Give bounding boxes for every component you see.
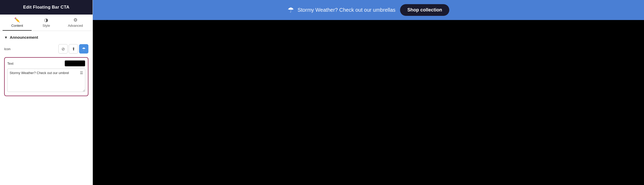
preview-umbrella-icon: ☂ [288, 6, 294, 14]
floating-bar: ☂ Stormy Weather? Check out our umbrella… [93, 0, 644, 20]
text-field-header: Text [7, 60, 85, 67]
text-field-container: Text Stormy Weather? Check out our umbre… [4, 57, 88, 96]
no-icon-button[interactable]: ⊘ [58, 44, 68, 54]
preview-bar-text: Stormy Weather? Check out our umbrellas [298, 7, 396, 13]
panel-title: Edit Floating Bar CTA [0, 0, 93, 15]
style-tab-icon: ◑ [44, 18, 48, 22]
icon-controls: ⊘ ⬆ ☂ [58, 44, 88, 54]
left-panel: Edit Floating Bar CTA ✏️ Content ◑ Style… [0, 0, 93, 185]
text-field-label: Text [7, 62, 13, 65]
floating-bar-content: ☂ Stormy Weather? Check out our umbrella… [288, 6, 396, 14]
shop-collection-button[interactable]: Shop collection [400, 4, 449, 16]
textarea-wrapper: Stormy Weather? Check out our umbrel ☰ [7, 69, 85, 93]
tab-content[interactable]: ✏️ Content [3, 15, 32, 31]
panel-body: ▼ Announcement Icon ⊘ ⬆ ☂ Text Stormy We… [0, 31, 93, 185]
tab-style[interactable]: ◑ Style [32, 15, 61, 31]
announcement-section-header: ▼ Announcement [4, 35, 88, 39]
advanced-tab-icon: ⚙ [73, 18, 78, 22]
style-tab-label: Style [43, 24, 50, 28]
tab-advanced[interactable]: ⚙ Advanced [61, 15, 90, 31]
advanced-tab-label: Advanced [68, 24, 83, 28]
section-toggle-icon[interactable]: ▼ [4, 35, 8, 39]
preview-area [93, 20, 644, 185]
text-input[interactable]: Stormy Weather? Check out our umbrel [7, 69, 85, 92]
right-panel: ☂ Stormy Weather? Check out our umbrella… [93, 0, 644, 185]
textarea-options-icon[interactable]: ☰ [80, 71, 83, 75]
text-color-swatch[interactable] [65, 60, 85, 67]
icon-label: Icon [4, 47, 11, 51]
umbrella-icon-button[interactable]: ☂ [79, 44, 88, 54]
tabs-bar: ✏️ Content ◑ Style ⚙ Advanced [0, 15, 93, 31]
icon-field-row: Icon ⊘ ⬆ ☂ [4, 44, 88, 54]
content-tab-icon: ✏️ [14, 18, 20, 22]
content-tab-label: Content [11, 24, 23, 28]
announcement-label: Announcement [10, 35, 38, 39]
upload-icon-button[interactable]: ⬆ [69, 44, 78, 54]
